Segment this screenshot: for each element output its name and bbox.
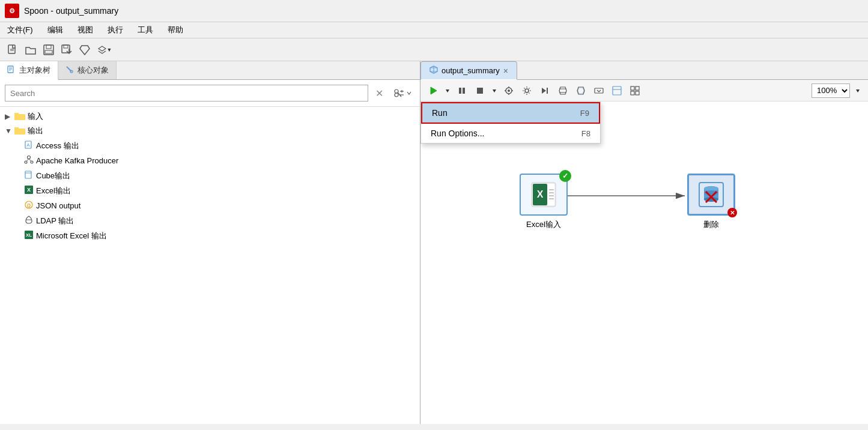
msexcel-icon: XL: [24, 230, 34, 241]
zoom-dropdown-button[interactable]: [852, 83, 863, 98]
tree-item-ldap[interactable]: LDAP 输出: [0, 213, 420, 228]
svg-text:⚙: ⚙: [9, 7, 15, 14]
search-options-icon: [406, 89, 412, 97]
delete-node[interactable]: ✕ 删除: [687, 174, 735, 230]
left-tab-bar: 主对象树 核心对象: [0, 61, 420, 80]
tree-label-ldap: LDAP 输出: [36, 216, 74, 226]
svg-point-87: [704, 186, 718, 191]
tree-item-output[interactable]: ▼ 输出: [0, 124, 420, 138]
delete-node-icon: [697, 181, 725, 208]
run-dropdown-button[interactable]: [443, 83, 452, 98]
stop-button[interactable]: [472, 83, 488, 98]
svg-text:X: X: [27, 187, 31, 193]
delete-node-box[interactable]: ✕: [687, 174, 735, 216]
svg-rect-48: [463, 88, 465, 94]
right-panel: output_summary ×: [420, 61, 868, 424]
toolbar-save-btn[interactable]: [41, 42, 56, 58]
stop-dropdown-button[interactable]: [490, 83, 499, 98]
tree-item-excel-out[interactable]: X Excel输出: [0, 183, 420, 198]
canvas-toolbar: 100% 75% 50% 125% 150%: [420, 80, 868, 101]
excel-input-label: Excel输入: [526, 219, 561, 230]
cube-icon: [24, 170, 34, 181]
run-options-menu-label: Run Options...: [431, 129, 485, 138]
toolbar-layers-btn[interactable]: ▼: [95, 42, 114, 58]
tab-main-tree[interactable]: 主对象树: [0, 61, 58, 80]
canvas-tab-output-summary[interactable]: output_summary ×: [420, 61, 517, 80]
menu-file[interactable]: 文件(F): [5, 23, 35, 37]
svg-line-30: [27, 159, 29, 162]
svg-point-27: [28, 156, 31, 159]
json-icon: {}: [24, 200, 34, 211]
search-bar: ✕: [0, 80, 420, 107]
tree-item-access[interactable]: A Access 输出: [0, 138, 420, 153]
svg-point-19: [395, 89, 398, 93]
tree-container[interactable]: ▶ 输入 ▼ 输出: [0, 107, 420, 424]
check-button[interactable]: [555, 83, 571, 98]
tree-item-msexcel[interactable]: XL Microsoft Excel 输出: [0, 228, 420, 243]
arrow-button[interactable]: [591, 83, 607, 98]
svg-rect-66: [613, 86, 621, 95]
run-button[interactable]: [425, 83, 441, 98]
tab-core-objects-label: 核心对象: [77, 65, 109, 76]
excel-input-node[interactable]: ✓ X Excel输入: [520, 174, 568, 230]
connector-arrow: [420, 101, 868, 424]
menu-bar: 文件(F) 编辑 视图 执行 工具 帮助: [0, 22, 868, 38]
svg-rect-49: [477, 88, 483, 94]
tree-folder-input-icon: [14, 112, 25, 122]
tree-item-kafka[interactable]: Apache Kafka Producer: [0, 153, 420, 168]
canvas-tab-close-button[interactable]: ×: [503, 66, 508, 76]
menu-execute[interactable]: 执行: [105, 23, 126, 37]
tree-item-input[interactable]: ▶ 输入: [0, 109, 420, 124]
tree-item-json[interactable]: {} JSON output: [0, 198, 420, 213]
run-step-button[interactable]: [537, 83, 553, 98]
menu-view[interactable]: 视图: [75, 23, 96, 37]
menu-tools[interactable]: 工具: [135, 23, 156, 37]
app-logo: ⚙: [5, 4, 19, 18]
svg-marker-11: [80, 46, 90, 55]
delete-node-label: 删除: [703, 219, 719, 230]
preview-button[interactable]: [501, 83, 517, 98]
canvas-tab-label: output_summary: [442, 66, 500, 75]
window-title: Spoon - output_summary: [24, 6, 118, 16]
svg-rect-32: [25, 171, 31, 178]
svg-marker-46: [446, 89, 449, 92]
svg-rect-70: [631, 91, 634, 95]
svg-marker-64: [578, 88, 584, 94]
tree-label-output: 输出: [28, 126, 43, 136]
menu-help[interactable]: 帮助: [165, 23, 186, 37]
ldap-icon: [24, 215, 34, 226]
svg-marker-60: [559, 87, 566, 94]
run-menu-item[interactable]: Run F9: [421, 102, 600, 124]
run-options-menu-item[interactable]: Run Options... F8: [421, 124, 600, 143]
tree-label-msexcel: Microsoft Excel 输出: [36, 231, 107, 241]
pause-button[interactable]: [454, 83, 470, 98]
svg-rect-6: [46, 45, 51, 49]
toolbar-open-btn[interactable]: [23, 42, 38, 58]
main-layout: 主对象树 核心对象 ✕: [0, 61, 868, 424]
svg-point-21: [395, 93, 398, 97]
svg-text:XL: XL: [26, 232, 32, 238]
run-dropdown-menu: Run F9 Run Options... F8: [420, 101, 601, 144]
info-button[interactable]: [573, 83, 589, 98]
toolbar-export-btn[interactable]: [77, 42, 93, 58]
svg-marker-45: [431, 87, 437, 94]
tab-core-objects-icon: [65, 65, 74, 76]
grid-button[interactable]: [627, 83, 643, 98]
settings-button[interactable]: [519, 83, 535, 98]
toolbar-save-as-btn[interactable]: [59, 42, 74, 58]
search-clear-button[interactable]: ✕: [373, 87, 385, 99]
menu-edit[interactable]: 编辑: [45, 23, 65, 37]
tree-item-cube[interactable]: Cube输出: [0, 168, 420, 183]
svg-rect-8: [62, 45, 70, 53]
tree-label-access: Access 输出: [36, 141, 79, 151]
excel-input-node-box[interactable]: ✓ X: [520, 174, 568, 216]
tab-core-objects[interactable]: 核心对象: [58, 61, 117, 79]
toolbar-new-btn[interactable]: [5, 42, 20, 58]
canvas-area[interactable]: Run F9 Run Options... F8 ✓: [420, 101, 868, 424]
zoom-select[interactable]: 100% 75% 50% 125% 150%: [812, 83, 850, 98]
search-input[interactable]: [5, 85, 368, 101]
search-options-button[interactable]: [390, 86, 415, 100]
layout-button[interactable]: [609, 83, 625, 98]
tree-folder-output-icon: [14, 126, 25, 136]
svg-marker-50: [493, 89, 496, 92]
